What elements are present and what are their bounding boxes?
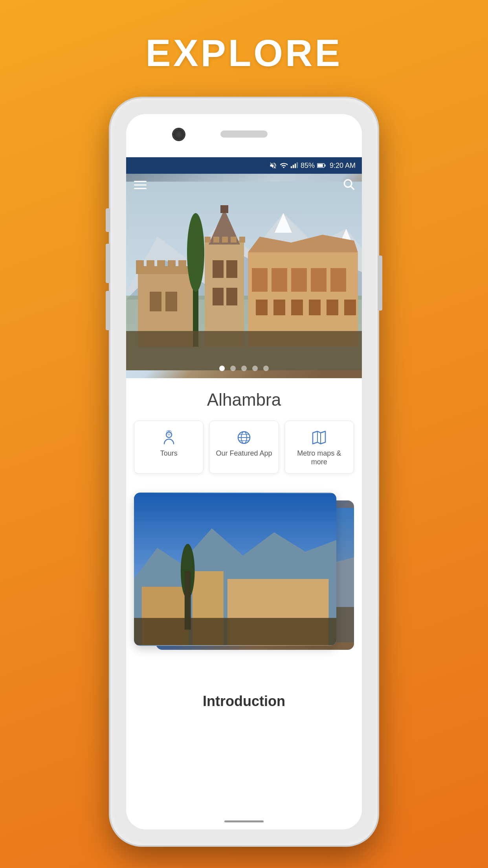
cards-section (126, 493, 362, 681)
svg-rect-6 (325, 164, 326, 166)
svg-rect-29 (231, 237, 237, 243)
svg-rect-0 (291, 166, 292, 168)
hero-image (126, 174, 362, 378)
silent-button[interactable] (106, 291, 110, 330)
location-title: Alhambra (134, 390, 354, 410)
svg-rect-41 (330, 268, 346, 292)
front-camera (173, 129, 184, 140)
svg-rect-50 (126, 331, 362, 370)
svg-line-52 (351, 186, 354, 189)
svg-rect-37 (252, 268, 268, 292)
intro-section: Introduction (126, 681, 362, 717)
svg-rect-22 (165, 292, 177, 311)
svg-rect-39 (291, 268, 307, 292)
intro-title: Introduction (134, 693, 354, 710)
card-front[interactable] (134, 493, 336, 646)
svg-rect-1 (293, 165, 294, 168)
svg-rect-47 (344, 300, 356, 315)
status-time: 9:20 AM (330, 162, 356, 170)
svg-rect-40 (311, 268, 327, 292)
svg-rect-5 (317, 164, 323, 167)
volume-down-button[interactable] (106, 244, 110, 283)
svg-rect-21 (150, 292, 161, 311)
search-button[interactable] (342, 178, 355, 193)
svg-marker-62 (313, 431, 325, 444)
metro-maps-button[interactable]: Metro maps & more (284, 421, 354, 474)
svg-point-49 (187, 213, 204, 292)
svg-rect-43 (273, 300, 285, 315)
battery-percent: 85% (301, 162, 315, 170)
svg-rect-20 (178, 260, 186, 268)
metro-maps-label: Metro maps & more (289, 449, 350, 466)
svg-rect-17 (147, 260, 154, 268)
featured-app-label: Our Featured App (216, 449, 272, 458)
tours-button[interactable]: Tours (134, 421, 204, 474)
dot-5[interactable] (263, 366, 269, 371)
feature-buttons-row: Tours Our Featured App (134, 421, 354, 474)
featured-app-button[interactable]: Our Featured App (209, 421, 279, 474)
svg-rect-46 (327, 300, 338, 315)
svg-rect-27 (213, 237, 219, 243)
svg-rect-45 (309, 300, 321, 315)
signal-icon (290, 162, 298, 169)
carousel-dots (126, 366, 362, 371)
battery-icon (317, 162, 326, 169)
status-icons: 85% 9:20 AM (269, 162, 356, 170)
tours-label: Tours (160, 449, 178, 458)
speaker (220, 131, 268, 138)
svg-rect-26 (205, 237, 211, 243)
svg-rect-16 (136, 260, 144, 268)
screen-content: 85% 9:20 AM (126, 157, 362, 829)
mute-icon (269, 162, 277, 169)
volume-up-button[interactable] (106, 208, 110, 232)
svg-rect-76 (185, 571, 191, 630)
svg-rect-38 (272, 268, 287, 292)
status-bar: 85% 9:20 AM (126, 157, 362, 174)
svg-rect-18 (157, 260, 165, 268)
power-button[interactable] (378, 256, 382, 311)
svg-rect-33 (213, 288, 224, 305)
svg-rect-56 (167, 430, 171, 432)
wifi-icon (279, 162, 288, 169)
svg-rect-2 (295, 164, 296, 168)
hamburger-menu[interactable] (134, 178, 147, 191)
svg-rect-25 (220, 205, 228, 213)
svg-rect-44 (291, 300, 303, 315)
hero-scene-svg (126, 174, 362, 378)
phone-top-bar (126, 114, 362, 157)
svg-rect-28 (222, 237, 228, 243)
card-stack (134, 493, 354, 681)
svg-rect-74 (134, 618, 336, 645)
phone-inner: 85% 9:20 AM (126, 114, 362, 829)
svg-rect-32 (226, 260, 237, 278)
svg-rect-31 (213, 260, 224, 278)
svg-rect-3 (297, 162, 298, 168)
page-container: EXPLORE (0, 0, 488, 868)
globe-icon (236, 430, 252, 445)
svg-rect-23 (205, 241, 244, 347)
explore-title: EXPLORE (146, 31, 343, 75)
dot-3[interactable] (241, 366, 247, 371)
tours-icon (161, 430, 177, 445)
dot-1[interactable] (219, 366, 225, 371)
phone-wrapper: 85% 9:20 AM (110, 98, 378, 845)
svg-rect-42 (256, 300, 268, 315)
dot-2[interactable] (230, 366, 236, 371)
content-area: Alhambra Tours (126, 378, 362, 493)
svg-rect-19 (168, 260, 176, 268)
svg-rect-30 (239, 237, 245, 243)
home-indicator[interactable] (224, 820, 264, 822)
svg-rect-34 (226, 288, 237, 305)
dot-4[interactable] (252, 366, 258, 371)
map-icon (311, 430, 327, 445)
